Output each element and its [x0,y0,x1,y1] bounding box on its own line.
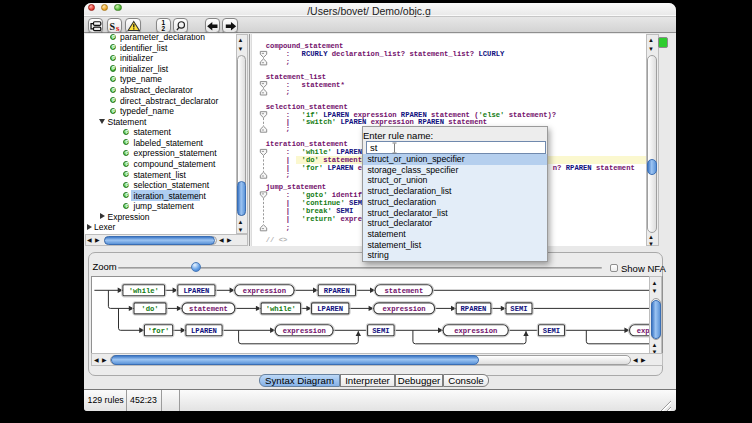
svg-text:statement: statement [189,305,228,313]
svg-text:LPAREN: LPAREN [183,287,209,295]
svg-text:expression: expression [243,287,286,295]
svg-text:expression: expression [454,327,497,335]
svg-text:SEMI: SEMI [372,327,389,335]
svg-text:RPAREN: RPAREN [324,287,350,295]
svg-text:statement: statement [384,287,423,295]
svg-text:LPAREN: LPAREN [191,327,217,335]
svg-text:'for': 'for' [148,327,170,335]
svg-text:SEMI: SEMI [510,305,527,313]
svg-text:expression: expression [383,305,426,313]
svg-text:expression: expression [283,327,326,335]
svg-text:'do': 'do' [141,305,158,313]
svg-text:'while': 'while' [129,287,159,295]
svg-text:SEMI: SEMI [543,327,560,335]
svg-text:expression: expression [637,327,650,335]
svg-text:'while': 'while' [266,305,296,313]
svg-text:RPAREN: RPAREN [461,305,487,313]
svg-text:LPAREN: LPAREN [317,305,343,313]
